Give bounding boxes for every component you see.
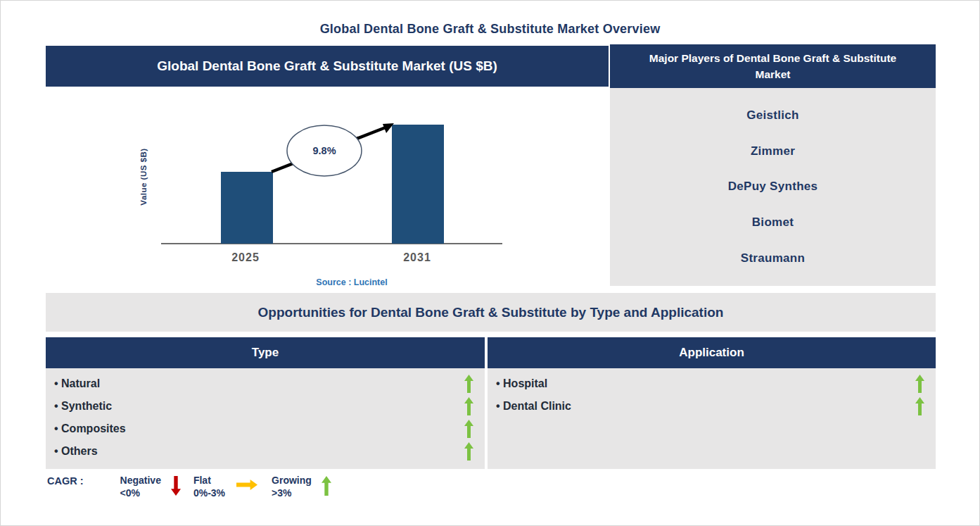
application-header-label: Application xyxy=(679,346,744,360)
list-item: Hospital xyxy=(496,372,924,395)
type-item-label: Composites xyxy=(54,422,126,435)
player-name: Straumann xyxy=(741,251,806,265)
cagr-value: 9.8% xyxy=(312,145,336,156)
page-title: Global Dental Bone Graft & Substitute Ma… xyxy=(1,22,979,37)
bar-2031 xyxy=(392,125,444,244)
cagr-legend: CAGR : Negative <0% Flat 0%-3% Growing >… xyxy=(47,474,344,499)
up-arrow-icon xyxy=(915,375,924,393)
major-players-panel: Geistlich Zimmer DePuy Synthes Biomet St… xyxy=(610,88,936,286)
player-name: Geistlich xyxy=(746,108,799,123)
legend-range: 0%-3% xyxy=(193,487,225,499)
up-arrow-icon xyxy=(464,442,473,461)
tick-2031: 2031 xyxy=(403,251,431,263)
down-arrow-icon xyxy=(171,475,181,496)
y-axis-label: Value (US $B) xyxy=(139,148,148,205)
major-players-header: Major Players of Dental Bone Graft & Sub… xyxy=(610,44,936,88)
opportunities-header: Opportunities for Dental Bone Graft & Su… xyxy=(46,293,936,332)
right-arrow-icon xyxy=(235,480,259,490)
up-arrow-icon xyxy=(915,397,924,415)
type-item-label: Synthetic xyxy=(54,400,112,413)
major-players-header-label: Major Players of Dental Bone Graft & Sub… xyxy=(638,50,908,83)
application-item-label: Hospital xyxy=(496,377,547,390)
source-caption: Source : Lucintel xyxy=(316,277,387,287)
market-chart-header: Global Dental Bone Graft & Substitute Ma… xyxy=(46,46,609,87)
up-arrow-icon xyxy=(322,475,331,496)
market-size-chart: 9.8% Value (US $B) 2025 2031 Source : Lu… xyxy=(46,87,609,291)
list-item: Dental Clinic xyxy=(496,395,924,418)
player-name: DePuy Synthes xyxy=(728,180,818,194)
player-name: Zimmer xyxy=(751,144,795,158)
bar-2025 xyxy=(221,172,273,244)
list-item: Composites xyxy=(54,418,473,440)
cagr-legend-label: CAGR : xyxy=(47,475,84,487)
tick-2025: 2025 xyxy=(231,251,260,263)
infographic-page: Global Dental Bone Graft & Substitute Ma… xyxy=(0,0,980,526)
type-header-label: Type xyxy=(252,346,279,360)
list-item: Others xyxy=(54,440,473,463)
legend-range: <0% xyxy=(120,487,161,499)
application-item-label: Dental Clinic xyxy=(496,400,571,413)
type-item-label: Others xyxy=(54,445,98,458)
up-arrow-icon xyxy=(464,375,473,393)
legend-name: Flat xyxy=(193,474,225,487)
legend-entry-growing: Growing >3% xyxy=(272,474,344,499)
up-arrow-icon xyxy=(464,397,473,415)
legend-entry-negative: Negative <0% xyxy=(120,474,193,499)
legend-entry-flat: Flat 0%-3% xyxy=(193,474,272,499)
type-item-label: Natural xyxy=(54,377,100,390)
up-arrow-icon xyxy=(464,420,473,438)
type-column-header: Type xyxy=(46,337,485,368)
opportunities-header-label: Opportunities for Dental Bone Graft & Su… xyxy=(258,305,724,320)
market-chart-header-label: Global Dental Bone Graft & Substitute Ma… xyxy=(157,58,497,74)
legend-name: Negative xyxy=(120,474,161,487)
legend-range: >3% xyxy=(272,487,312,499)
list-item: Natural xyxy=(54,372,473,395)
application-list-panel: Hospital Dental Clinic xyxy=(488,368,936,469)
bar-chart-svg: 9.8% Value (US $B) 2025 2031 Source : Lu… xyxy=(46,87,609,291)
list-item: Synthetic xyxy=(54,395,473,418)
player-name: Biomet xyxy=(752,215,794,230)
type-list-panel: Natural Synthetic Composites Others xyxy=(46,368,485,469)
legend-name: Growing xyxy=(272,474,312,487)
application-column-header: Application xyxy=(488,337,936,368)
